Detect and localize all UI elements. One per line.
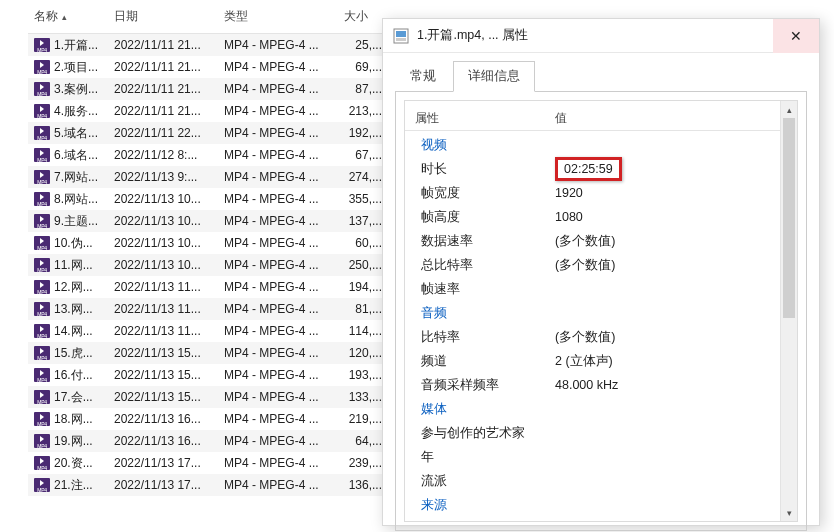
file-row[interactable]: 3.案例...2022/11/11 21...MP4 - MPEG-4 ...8… (28, 78, 388, 100)
file-row[interactable]: 1.开篇...2022/11/11 21...MP4 - MPEG-4 ...2… (28, 34, 388, 56)
file-type-cell: MP4 - MPEG-4 ... (218, 148, 338, 162)
file-date-cell: 2022/11/11 21... (108, 82, 218, 96)
property-header-value[interactable]: 值 (555, 110, 793, 127)
file-row[interactable]: 16.付...2022/11/13 15...MP4 - MPEG-4 ...1… (28, 364, 388, 386)
dialog-titlebar[interactable]: 1.开篇.mp4, ... 属性 ✕ (383, 19, 819, 53)
file-row[interactable]: 21.注...2022/11/13 17...MP4 - MPEG-4 ...1… (28, 474, 388, 496)
column-header-size[interactable]: 大小 (338, 8, 388, 25)
file-name-cell: 7.网站... (28, 169, 108, 186)
file-row[interactable]: 8.网站...2022/11/13 10...MP4 - MPEG-4 ...3… (28, 188, 388, 210)
close-button[interactable]: ✕ (773, 19, 819, 53)
property-label: 帧速率 (421, 281, 555, 298)
file-name-text: 20.资... (54, 455, 93, 472)
property-row-director[interactable]: 导演 (405, 517, 797, 522)
section-audio: 音频 (405, 301, 797, 325)
file-type-cell: MP4 - MPEG-4 ... (218, 456, 338, 470)
file-type-cell: MP4 - MPEG-4 ... (218, 214, 338, 228)
file-name-text: 19.网... (54, 433, 93, 450)
scroll-down-icon[interactable]: ▾ (781, 504, 797, 521)
file-row[interactable]: 20.资...2022/11/13 17...MP4 - MPEG-4 ...2… (28, 452, 388, 474)
column-header-date[interactable]: 日期 (108, 8, 218, 25)
file-type-cell: MP4 - MPEG-4 ... (218, 38, 338, 52)
file-type-cell: MP4 - MPEG-4 ... (218, 346, 338, 360)
column-label: 类型 (224, 8, 248, 25)
property-header-name[interactable]: 属性 (415, 110, 555, 127)
tab-general[interactable]: 常规 (395, 61, 451, 92)
file-date-cell: 2022/11/13 15... (108, 390, 218, 404)
property-label: 数据速率 (421, 233, 555, 250)
file-name-text: 4.服务... (54, 103, 98, 120)
file-name-cell: 12.网... (28, 279, 108, 296)
file-name-text: 18.网... (54, 411, 93, 428)
file-row[interactable]: 5.域名...2022/11/11 22...MP4 - MPEG-4 ...1… (28, 122, 388, 144)
property-row-totalbitrate[interactable]: 总比特率 (多个数值) (405, 253, 797, 277)
file-name-text: 13.网... (54, 301, 93, 318)
mp4-file-icon (34, 456, 50, 470)
file-row[interactable]: 18.网...2022/11/13 16...MP4 - MPEG-4 ...2… (28, 408, 388, 430)
file-type-cell: MP4 - MPEG-4 ... (218, 126, 338, 140)
file-row[interactable]: 2.项目...2022/11/11 21...MP4 - MPEG-4 ...6… (28, 56, 388, 78)
vertical-scrollbar[interactable]: ▴ ▾ (780, 101, 797, 521)
property-row-datarate[interactable]: 数据速率 (多个数值) (405, 229, 797, 253)
file-type-cell: MP4 - MPEG-4 ... (218, 170, 338, 184)
mp4-file-icon (34, 82, 50, 96)
property-value: (多个数值) (555, 329, 793, 346)
file-row[interactable]: 17.会...2022/11/13 15...MP4 - MPEG-4 ...1… (28, 386, 388, 408)
section-label: 来源 (421, 497, 555, 514)
file-row[interactable]: 11.网...2022/11/13 10...MP4 - MPEG-4 ...2… (28, 254, 388, 276)
file-row[interactable]: 13.网...2022/11/13 11...MP4 - MPEG-4 ...8… (28, 298, 388, 320)
file-size-cell: 137,... (338, 214, 388, 228)
property-row-samplerate[interactable]: 音频采样频率 48.000 kHz (405, 373, 797, 397)
file-row[interactable]: 6.域名...2022/11/12 8:...MP4 - MPEG-4 ...6… (28, 144, 388, 166)
file-date-cell: 2022/11/13 15... (108, 368, 218, 382)
file-size-cell: 193,... (338, 368, 388, 382)
file-row[interactable]: 4.服务...2022/11/11 21...MP4 - MPEG-4 ...2… (28, 100, 388, 122)
file-size-cell: 192,... (338, 126, 388, 140)
dialog-title: 1.开篇.mp4, ... 属性 (417, 27, 773, 44)
property-row-height[interactable]: 帧高度 1080 (405, 205, 797, 229)
column-header-name[interactable]: 名称 ▴ (28, 8, 108, 25)
column-header-type[interactable]: 类型 (218, 8, 338, 25)
scroll-up-icon[interactable]: ▴ (781, 101, 797, 118)
file-date-cell: 2022/11/13 16... (108, 412, 218, 426)
file-row[interactable]: 19.网...2022/11/13 16...MP4 - MPEG-4 ...6… (28, 430, 388, 452)
file-name-text: 15.虎... (54, 345, 93, 362)
file-size-cell: 239,... (338, 456, 388, 470)
file-row[interactable]: 9.主题...2022/11/13 10...MP4 - MPEG-4 ...1… (28, 210, 388, 232)
sort-ascending-icon: ▴ (62, 12, 67, 22)
file-date-cell: 2022/11/11 21... (108, 104, 218, 118)
file-date-cell: 2022/11/13 10... (108, 214, 218, 228)
file-row[interactable]: 10.伪...2022/11/13 10...MP4 - MPEG-4 ...6… (28, 232, 388, 254)
scrollbar-thumb[interactable] (783, 118, 795, 318)
file-date-cell: 2022/11/11 21... (108, 60, 218, 74)
tab-details[interactable]: 详细信息 (453, 61, 535, 92)
file-type-cell: MP4 - MPEG-4 ... (218, 192, 338, 206)
file-name-cell: 17.会... (28, 389, 108, 406)
file-row[interactable]: 14.网...2022/11/13 11...MP4 - MPEG-4 ...1… (28, 320, 388, 342)
file-row[interactable]: 7.网站...2022/11/13 9:...MP4 - MPEG-4 ...2… (28, 166, 388, 188)
property-row-genre[interactable]: 流派 (405, 469, 797, 493)
file-size-cell: 81,... (338, 302, 388, 316)
mp4-file-icon (34, 148, 50, 162)
file-type-cell: MP4 - MPEG-4 ... (218, 104, 338, 118)
file-row[interactable]: 15.虎...2022/11/13 15...MP4 - MPEG-4 ...1… (28, 342, 388, 364)
file-name-text: 11.网... (54, 257, 93, 274)
file-type-cell: MP4 - MPEG-4 ... (218, 82, 338, 96)
property-row-year[interactable]: 年 (405, 445, 797, 469)
file-date-cell: 2022/11/13 15... (108, 346, 218, 360)
property-row-width[interactable]: 帧宽度 1920 (405, 181, 797, 205)
property-label: 音频采样频率 (421, 377, 555, 394)
file-rows: 1.开篇...2022/11/11 21...MP4 - MPEG-4 ...2… (28, 34, 388, 496)
property-label: 比特率 (421, 329, 555, 346)
property-row-framerate[interactable]: 帧速率 (405, 277, 797, 301)
mp4-file-icon (34, 346, 50, 360)
file-name-cell: 14.网... (28, 323, 108, 340)
file-row[interactable]: 12.网...2022/11/13 11...MP4 - MPEG-4 ...1… (28, 276, 388, 298)
property-row-duration[interactable]: 时长 02:25:59 (405, 157, 797, 181)
file-name-cell: 9.主题... (28, 213, 108, 230)
property-row-audiobitrate[interactable]: 比特率 (多个数值) (405, 325, 797, 349)
property-header: 属性 值 (405, 107, 797, 131)
property-row-artist[interactable]: 参与创作的艺术家 (405, 421, 797, 445)
file-name-text: 12.网... (54, 279, 93, 296)
property-row-channels[interactable]: 频道 2 (立体声) (405, 349, 797, 373)
